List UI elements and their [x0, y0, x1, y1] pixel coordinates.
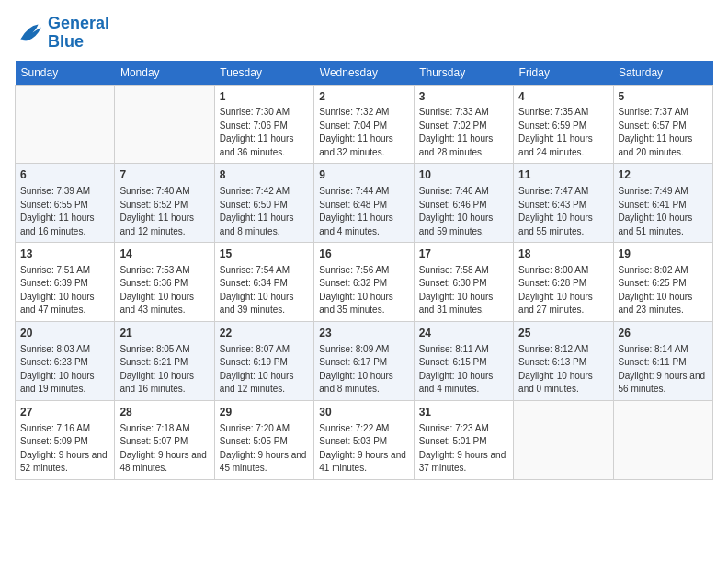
day-number: 20 — [20, 326, 109, 341]
day-detail: Sunrise: 7:33 AM Sunset: 7:02 PM Dayligh… — [419, 106, 508, 159]
calendar-cell: 20Sunrise: 8:03 AM Sunset: 6:23 PM Dayli… — [16, 321, 115, 400]
weekday-header-thursday: Thursday — [414, 61, 513, 86]
calendar-cell: 31Sunrise: 7:23 AM Sunset: 5:01 PM Dayli… — [414, 400, 513, 479]
day-number: 24 — [419, 326, 508, 341]
calendar-cell: 11Sunrise: 7:47 AM Sunset: 6:43 PM Dayli… — [514, 164, 613, 243]
weekday-header-sunday: Sunday — [16, 61, 115, 86]
day-detail: Sunrise: 8:09 AM Sunset: 6:17 PM Dayligh… — [319, 343, 408, 396]
calendar-cell: 19Sunrise: 8:02 AM Sunset: 6:25 PM Dayli… — [613, 243, 712, 322]
day-number: 4 — [518, 89, 608, 105]
day-detail: Sunrise: 8:14 AM Sunset: 6:11 PM Dayligh… — [619, 343, 708, 396]
calendar-cell — [613, 400, 712, 479]
weekday-header-saturday: Saturday — [613, 61, 712, 86]
day-detail: Sunrise: 7:53 AM Sunset: 6:36 PM Dayligh… — [119, 264, 209, 317]
day-number: 19 — [619, 247, 708, 262]
calendar-cell: 24Sunrise: 8:11 AM Sunset: 6:15 PM Dayli… — [414, 321, 513, 400]
day-number: 29 — [220, 405, 309, 420]
day-number: 27 — [20, 405, 109, 420]
day-detail: Sunrise: 7:32 AM Sunset: 7:04 PM Dayligh… — [319, 106, 408, 159]
calendar-cell: 9Sunrise: 7:44 AM Sunset: 6:48 PM Daylig… — [314, 164, 414, 243]
day-detail: Sunrise: 7:47 AM Sunset: 6:43 PM Dayligh… — [518, 185, 608, 238]
logo: General Blue — [15, 15, 109, 52]
week-row-3: 13Sunrise: 7:51 AM Sunset: 6:39 PM Dayli… — [16, 243, 713, 322]
day-number: 16 — [319, 247, 408, 262]
weekday-header-friday: Friday — [514, 61, 613, 86]
calendar-cell: 29Sunrise: 7:20 AM Sunset: 5:05 PM Dayli… — [214, 400, 313, 479]
day-number: 2 — [319, 89, 408, 105]
day-detail: Sunrise: 8:00 AM Sunset: 6:28 PM Dayligh… — [518, 264, 608, 317]
calendar-cell: 10Sunrise: 7:46 AM Sunset: 6:46 PM Dayli… — [414, 164, 513, 243]
day-detail: Sunrise: 7:30 AM Sunset: 7:06 PM Dayligh… — [220, 106, 309, 159]
day-detail: Sunrise: 7:49 AM Sunset: 6:41 PM Dayligh… — [619, 185, 708, 238]
day-number: 31 — [419, 405, 508, 420]
week-row-2: 6Sunrise: 7:39 AM Sunset: 6:55 PM Daylig… — [16, 164, 713, 243]
calendar-cell — [115, 85, 214, 164]
day-detail: Sunrise: 7:58 AM Sunset: 6:30 PM Dayligh… — [419, 264, 508, 317]
calendar-cell: 13Sunrise: 7:51 AM Sunset: 6:39 PM Dayli… — [16, 243, 115, 322]
day-detail: Sunrise: 7:37 AM Sunset: 6:57 PM Dayligh… — [619, 106, 708, 159]
day-detail: Sunrise: 8:07 AM Sunset: 6:19 PM Dayligh… — [220, 343, 309, 396]
day-number: 12 — [619, 167, 708, 183]
calendar-cell: 5Sunrise: 7:37 AM Sunset: 6:57 PM Daylig… — [613, 85, 712, 164]
calendar-cell: 23Sunrise: 8:09 AM Sunset: 6:17 PM Dayli… — [314, 321, 414, 400]
calendar-cell: 16Sunrise: 7:56 AM Sunset: 6:32 PM Dayli… — [314, 243, 414, 322]
day-number: 15 — [220, 247, 309, 262]
day-number: 13 — [20, 247, 109, 262]
calendar-cell: 30Sunrise: 7:22 AM Sunset: 5:03 PM Dayli… — [314, 400, 414, 479]
calendar-cell: 12Sunrise: 7:49 AM Sunset: 6:41 PM Dayli… — [613, 164, 712, 243]
day-number: 21 — [119, 326, 209, 341]
day-detail: Sunrise: 7:16 AM Sunset: 5:09 PM Dayligh… — [20, 422, 109, 476]
day-detail: Sunrise: 7:51 AM Sunset: 6:39 PM Dayligh… — [20, 264, 109, 317]
day-detail: Sunrise: 7:40 AM Sunset: 6:52 PM Dayligh… — [119, 185, 209, 238]
day-number: 9 — [319, 167, 408, 183]
weekday-header-wednesday: Wednesday — [314, 61, 414, 86]
day-number: 10 — [419, 167, 508, 183]
weekday-header-tuesday: Tuesday — [214, 61, 313, 86]
day-detail: Sunrise: 7:54 AM Sunset: 6:34 PM Dayligh… — [220, 264, 309, 317]
day-detail: Sunrise: 7:23 AM Sunset: 5:01 PM Dayligh… — [419, 422, 508, 476]
calendar-cell: 26Sunrise: 8:14 AM Sunset: 6:11 PM Dayli… — [613, 321, 712, 400]
day-number: 26 — [619, 326, 708, 341]
calendar-cell: 3Sunrise: 7:33 AM Sunset: 7:02 PM Daylig… — [414, 85, 513, 164]
day-detail: Sunrise: 7:56 AM Sunset: 6:32 PM Dayligh… — [319, 264, 408, 317]
day-detail: Sunrise: 7:18 AM Sunset: 5:07 PM Dayligh… — [119, 422, 209, 476]
day-number: 1 — [220, 89, 309, 105]
calendar-cell — [16, 85, 115, 164]
day-number: 11 — [518, 167, 608, 183]
calendar-cell: 27Sunrise: 7:16 AM Sunset: 5:09 PM Dayli… — [16, 400, 115, 479]
day-detail: Sunrise: 8:05 AM Sunset: 6:21 PM Dayligh… — [119, 343, 209, 396]
day-number: 25 — [518, 326, 608, 341]
calendar-cell: 17Sunrise: 7:58 AM Sunset: 6:30 PM Dayli… — [414, 243, 513, 322]
day-number: 22 — [220, 326, 309, 341]
day-number: 6 — [20, 167, 109, 183]
page-header: General Blue — [15, 15, 713, 52]
day-number: 14 — [119, 247, 209, 262]
day-number: 23 — [319, 326, 408, 341]
calendar-cell: 6Sunrise: 7:39 AM Sunset: 6:55 PM Daylig… — [16, 164, 115, 243]
calendar-cell: 28Sunrise: 7:18 AM Sunset: 5:07 PM Dayli… — [115, 400, 214, 479]
weekday-header-row: SundayMondayTuesdayWednesdayThursdayFrid… — [16, 61, 713, 86]
calendar-cell: 1Sunrise: 7:30 AM Sunset: 7:06 PM Daylig… — [214, 85, 313, 164]
day-detail: Sunrise: 8:02 AM Sunset: 6:25 PM Dayligh… — [619, 264, 708, 317]
calendar-cell: 14Sunrise: 7:53 AM Sunset: 6:36 PM Dayli… — [115, 243, 214, 322]
calendar-cell: 15Sunrise: 7:54 AM Sunset: 6:34 PM Dayli… — [214, 243, 313, 322]
calendar-table: SundayMondayTuesdayWednesdayThursdayFrid… — [15, 61, 713, 480]
calendar-cell: 8Sunrise: 7:42 AM Sunset: 6:50 PM Daylig… — [214, 164, 313, 243]
week-row-5: 27Sunrise: 7:16 AM Sunset: 5:09 PM Dayli… — [16, 400, 713, 479]
calendar-cell: 18Sunrise: 8:00 AM Sunset: 6:28 PM Dayli… — [514, 243, 613, 322]
day-detail: Sunrise: 8:11 AM Sunset: 6:15 PM Dayligh… — [419, 343, 508, 396]
day-number: 8 — [220, 167, 309, 183]
day-number: 5 — [619, 89, 708, 105]
calendar-cell: 22Sunrise: 8:07 AM Sunset: 6:19 PM Dayli… — [214, 321, 313, 400]
day-detail: Sunrise: 7:22 AM Sunset: 5:03 PM Dayligh… — [319, 422, 408, 476]
day-detail: Sunrise: 7:35 AM Sunset: 6:59 PM Dayligh… — [518, 106, 608, 159]
calendar-cell: 21Sunrise: 8:05 AM Sunset: 6:21 PM Dayli… — [115, 321, 214, 400]
week-row-4: 20Sunrise: 8:03 AM Sunset: 6:23 PM Dayli… — [16, 321, 713, 400]
day-detail: Sunrise: 8:03 AM Sunset: 6:23 PM Dayligh… — [20, 343, 109, 396]
day-number: 7 — [119, 167, 209, 183]
day-detail: Sunrise: 7:39 AM Sunset: 6:55 PM Dayligh… — [20, 185, 109, 238]
weekday-header-monday: Monday — [115, 61, 214, 86]
day-detail: Sunrise: 8:12 AM Sunset: 6:13 PM Dayligh… — [518, 343, 608, 396]
calendar-cell — [514, 400, 613, 479]
day-detail: Sunrise: 7:20 AM Sunset: 5:05 PM Dayligh… — [220, 422, 309, 476]
